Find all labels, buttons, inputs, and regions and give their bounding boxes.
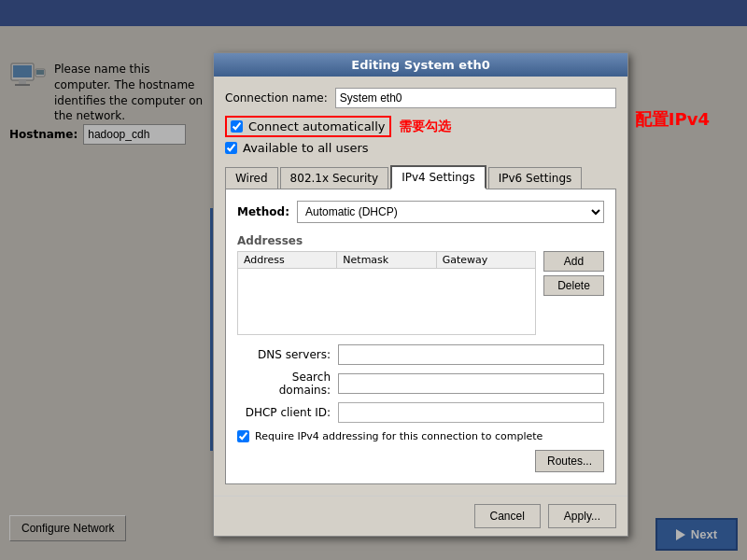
search-row: Search domains: — [237, 371, 604, 397]
dns-label: DNS servers: — [237, 348, 331, 361]
add-button[interactable]: Add — [543, 251, 604, 272]
annotation-check: 需要勾选 — [399, 119, 451, 135]
col-netmask: Netmask — [337, 252, 436, 268]
ipv4-tab-content: Method: Automatic (DHCP) Addresses Addre… — [225, 189, 616, 484]
apply-button[interactable]: Apply... — [548, 504, 616, 528]
cancel-button[interactable]: Cancel — [474, 504, 541, 528]
top-bar — [0, 0, 747, 26]
available-row: Available to all users — [225, 141, 616, 155]
require-checkbox[interactable] — [237, 430, 249, 442]
dialog-bottom: Cancel Apply... — [214, 496, 627, 536]
dhcp-input[interactable] — [338, 402, 604, 423]
col-gateway: Gateway — [437, 252, 535, 268]
col-address: Address — [238, 252, 337, 268]
dialog-title: Editing System eth0 — [351, 58, 489, 72]
dialog-body: Connection name: Connect automatically 需… — [214, 77, 627, 496]
dialog-title-bar: Editing System eth0 — [214, 53, 627, 77]
require-row: Require IPv4 addressing for this connect… — [237, 430, 604, 442]
address-buttons: Add Delete — [543, 251, 604, 335]
method-label: Method: — [237, 205, 289, 218]
routes-area: Routes... — [237, 450, 604, 472]
tab-security[interactable]: 802.1x Security — [280, 167, 389, 189]
dhcp-label: DHCP client ID: — [237, 406, 331, 419]
address-table-area: Address Netmask Gateway Add Delete — [237, 251, 604, 335]
connect-auto-checkbox[interactable] — [231, 120, 243, 133]
editing-dialog: Editing System eth0 Connection name: Con… — [213, 52, 628, 537]
tab-ipv4[interactable]: IPv4 Settings — [390, 165, 486, 189]
method-row: Method: Automatic (DHCP) — [237, 201, 604, 223]
address-table: Address Netmask Gateway — [237, 251, 536, 335]
search-input[interactable] — [338, 373, 604, 394]
address-table-header: Address Netmask Gateway — [238, 252, 535, 269]
delete-button[interactable]: Delete — [543, 275, 604, 296]
tab-ipv6[interactable]: IPv6 Settings — [488, 167, 583, 189]
main-area: Please name this computer. The hostname … — [0, 26, 747, 560]
connection-name-input[interactable] — [335, 88, 616, 108]
routes-button[interactable]: Routes... — [535, 450, 604, 472]
tabs-row: Wired 802.1x Security IPv4 Settings IPv6… — [225, 164, 616, 189]
connect-auto-label: Connect automatically — [248, 119, 386, 133]
dns-input[interactable] — [338, 344, 604, 365]
dns-row: DNS servers: — [237, 344, 604, 365]
require-label: Require IPv4 addressing for this connect… — [255, 430, 543, 442]
method-select[interactable]: Automatic (DHCP) — [297, 201, 604, 223]
search-label: Search domains: — [237, 371, 331, 397]
dhcp-row: DHCP client ID: — [237, 402, 604, 423]
connect-auto-box: Connect automatically — [225, 116, 391, 137]
connection-name-label: Connection name: — [225, 91, 328, 105]
tab-wired[interactable]: Wired — [225, 167, 278, 189]
connection-name-row: Connection name: — [225, 88, 616, 108]
annotation-ipv4: 配置IPv4 — [635, 108, 710, 131]
available-checkbox[interactable] — [225, 142, 237, 154]
addresses-label: Addresses — [237, 234, 604, 247]
available-label: Available to all users — [243, 141, 369, 155]
